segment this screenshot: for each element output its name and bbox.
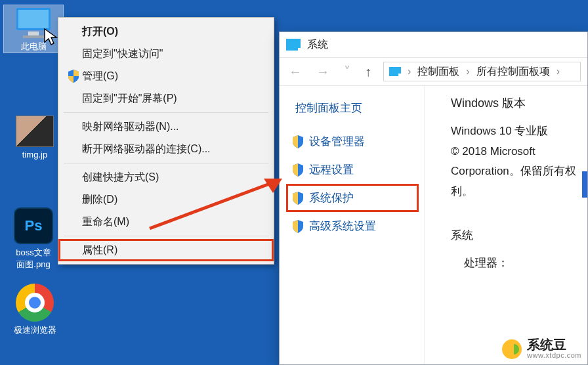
shield-icon: [292, 220, 304, 233]
menu-disconnect-drive[interactable]: 断开网络驱动器的连接(C)...: [58, 138, 274, 160]
desktop-icon-label: timg.jp: [5, 150, 64, 160]
nav-recent-button[interactable]: ˅: [341, 64, 353, 79]
sidebar-link-label: 高级系统设置: [309, 219, 376, 234]
window-titlebar[interactable]: 系统: [280, 32, 587, 57]
menu-map-drive[interactable]: 映射网络驱动器(N)...: [58, 116, 274, 138]
this-pc-icon: [12, 5, 54, 41]
section-title: 系统: [451, 228, 582, 243]
sidebar-link-label: 远程设置: [309, 162, 354, 177]
address-bar[interactable]: › 控制面板 › 所有控制面板项 ›: [383, 62, 581, 81]
menu-create-shortcut[interactable]: 创建快捷方式(S): [58, 166, 274, 188]
nav-up-button[interactable]: ↑: [362, 64, 374, 79]
sidebar-link-label: 设备管理器: [309, 134, 365, 149]
context-menu: 打开(O) 固定到"快速访问" 管理(G) 固定到"开始"屏幕(P) 映射网络驱…: [58, 17, 274, 265]
image-thumbnail-icon: [16, 116, 54, 147]
menu-label: 创建快捷方式(S): [82, 171, 264, 184]
desktop-icon-label: 极速浏览器: [5, 324, 64, 336]
shield-icon: [292, 192, 304, 205]
menu-label: 固定到"快速访问": [82, 47, 264, 61]
navigation-bar: ← → ˅ ↑ › 控制面板 › 所有控制面板项 ›: [280, 57, 587, 86]
menu-label: 固定到"开始"屏幕(P): [82, 92, 264, 106]
sidebar-advanced-settings[interactable]: 高级系统设置: [286, 212, 419, 240]
sidebar-system-protection[interactable]: 系统保护: [286, 184, 419, 212]
svg-rect-3: [23, 35, 44, 38]
breadcrumb-separator: ›: [466, 66, 469, 77]
window-edge-accent: [582, 171, 587, 198]
sidebar-device-manager[interactable]: 设备管理器: [286, 127, 419, 156]
breadcrumb-item[interactable]: 控制面板: [417, 65, 459, 79]
desktop-icon-this-pc[interactable]: 此电脑: [4, 5, 63, 53]
shield-icon: [65, 70, 82, 83]
cpu-label: 处理器：: [451, 253, 582, 274]
sidebar-remote-settings[interactable]: 远程设置: [286, 156, 419, 184]
breadcrumb-item[interactable]: 所有控制面板项: [476, 65, 550, 79]
menu-label: 打开(O): [82, 25, 264, 39]
menu-separator: [64, 163, 268, 163]
watermark: 系统豆 www.xtdpc.com: [502, 338, 581, 360]
windows-edition: Windows 10 专业版: [451, 121, 582, 142]
svg-rect-2: [28, 32, 39, 35]
watermark-url: www.xtdpc.com: [527, 352, 581, 360]
menu-delete[interactable]: 删除(D): [58, 188, 274, 211]
system-icon: [286, 39, 301, 51]
desktop-icon-label: 此电脑: [4, 41, 63, 53]
content-pane: Windows 版本 Windows 10 专业版 © 2018 Microso…: [424, 86, 587, 364]
desktop-icon-ps-file[interactable]: Ps boss文章 面图.png: [4, 207, 63, 270]
sidebar-link-label: 系统保护: [309, 190, 354, 205]
menu-label: 属性(R): [82, 244, 264, 257]
breadcrumb-separator: ›: [408, 66, 411, 77]
desktop-icon-image[interactable]: timg.jp: [5, 116, 64, 160]
menu-separator: [64, 112, 268, 113]
menu-label: 映射网络驱动器(N)...: [82, 120, 264, 134]
menu-pin-start[interactable]: 固定到"开始"屏幕(P): [58, 87, 274, 110]
photoshop-file-icon: Ps: [14, 207, 53, 244]
sidebar-title: 控制面板主页: [295, 100, 419, 116]
section-title: Windows 版本: [451, 95, 582, 111]
menu-properties[interactable]: 属性(R): [58, 239, 274, 261]
menu-rename[interactable]: 重命名(M): [58, 211, 274, 233]
window-title: 系统: [307, 38, 328, 52]
menu-label: 断开网络驱动器的连接(C)...: [82, 142, 264, 156]
menu-manage[interactable]: 管理(G): [58, 65, 274, 87]
menu-label: 管理(G): [82, 70, 264, 83]
chrome-browser-icon: [16, 284, 54, 322]
watermark-logo-icon: [502, 339, 522, 359]
breadcrumb-separator: ›: [556, 66, 560, 77]
system-icon: [389, 67, 401, 76]
menu-pin-quick-access[interactable]: 固定到"快速访问": [58, 43, 274, 65]
watermark-name: 系统豆: [527, 338, 581, 352]
menu-open[interactable]: 打开(O): [58, 20, 274, 43]
svg-rect-1: [18, 10, 49, 28]
desktop-icon-label: boss文章 面图.png: [4, 247, 63, 270]
menu-separator: [64, 236, 268, 236]
shield-icon: [292, 163, 304, 177]
system-properties-window: 系统 ← → ˅ ↑ › 控制面板 › 所有控制面板项 › 控制面板主页 设备管…: [279, 32, 588, 365]
nav-back-button[interactable]: ←: [286, 64, 304, 79]
menu-label: 删除(D): [82, 193, 264, 207]
nav-forward-button[interactable]: →: [314, 64, 332, 79]
sidebar: 控制面板主页 设备管理器 远程设置 系统保护 高级系统设置: [280, 86, 424, 364]
copyright-text: © 2018 Microsoft Corporation。保留所有权利。: [451, 142, 582, 202]
desktop-icon-browser[interactable]: 极速浏览器: [5, 284, 64, 336]
menu-label: 重命名(M): [82, 215, 264, 229]
shield-icon: [292, 135, 304, 148]
